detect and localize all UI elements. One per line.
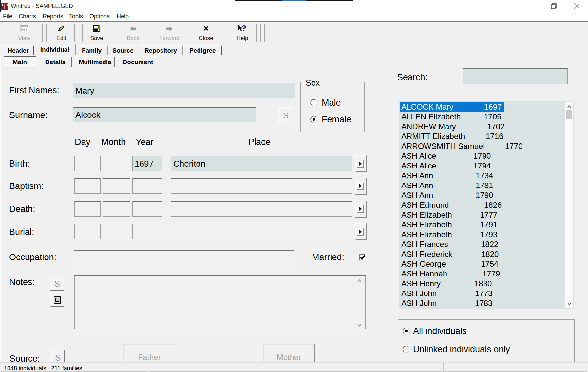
svg-text:?: ? [241, 25, 247, 32]
